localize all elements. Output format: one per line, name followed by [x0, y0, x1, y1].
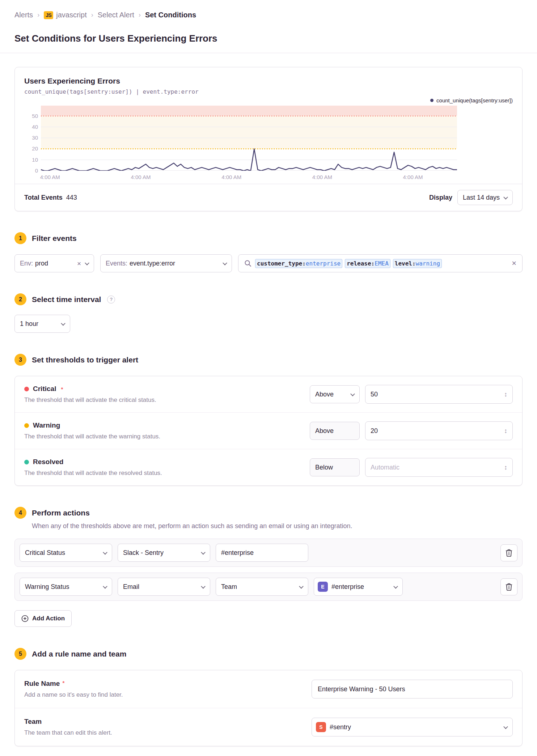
- action-target-input[interactable]: [221, 549, 303, 557]
- total-events-value: 443: [66, 194, 77, 201]
- x-tick-label: 4:00 AM: [403, 174, 423, 180]
- warning-operator-button[interactable]: Above: [310, 422, 360, 440]
- action-service-value: Slack - Sentry: [123, 549, 164, 557]
- resolved-operator-value: Below: [315, 464, 333, 471]
- section-naming-title: Add a rule name and team: [32, 650, 126, 658]
- stepper-icon[interactable]: ↕: [504, 427, 507, 435]
- action-target-type-value: Team: [221, 583, 237, 591]
- section-actions-title: Perform actions: [32, 509, 90, 517]
- y-tick-label: 40: [26, 124, 38, 130]
- action-status-select[interactable]: Critical Status: [20, 544, 112, 562]
- section-perform-actions: 4 Perform actions: [14, 507, 523, 519]
- display-period-value: Last 14 days: [463, 194, 500, 201]
- rule-team-select[interactable]: S #sentry: [312, 718, 513, 736]
- plus-circle-icon: [21, 615, 29, 622]
- javascript-project-icon: JS: [44, 11, 53, 19]
- breadcrumb-separator: ›: [139, 11, 141, 19]
- resolved-threshold-input[interactable]: [371, 464, 504, 471]
- display-period-select[interactable]: Last 14 days: [457, 190, 513, 205]
- breadcrumb-separator: ›: [37, 11, 39, 19]
- add-action-label: Add Action: [32, 615, 65, 622]
- trash-icon: [506, 549, 512, 557]
- required-asterisk: *: [62, 680, 64, 686]
- delete-action-button[interactable]: [500, 544, 517, 561]
- y-tick-label: 30: [26, 135, 38, 141]
- event-types-select-value: event.type:error: [130, 260, 219, 267]
- time-interval-select[interactable]: 1 hour: [14, 315, 70, 333]
- breadcrumb-project-label: javascript: [56, 11, 86, 19]
- action-team-select[interactable]: E #enterprise: [314, 578, 403, 596]
- resolved-operator-button[interactable]: Below: [310, 458, 360, 476]
- resolved-dot-icon: [24, 460, 29, 464]
- team-label: Team: [24, 718, 42, 725]
- action-target-field: [216, 544, 308, 562]
- display-label: Display: [429, 194, 452, 201]
- chart-x-axis-labels: 4:00 AM4:00 AM4:00 AM4:00 AM4:00 AM: [41, 171, 512, 182]
- critical-threshold-field: ↕: [365, 385, 513, 404]
- chart-legend: count_unique(tags[sentry:user]): [24, 97, 513, 103]
- rule-name-description: Add a name so it's easy to find later.: [24, 691, 312, 698]
- search-token: customer_type:enterprise: [255, 259, 342, 268]
- breadcrumb-select-alert[interactable]: Select Alert: [98, 11, 134, 19]
- rule-name-field: [312, 680, 513, 698]
- team-sentry-avatar: S: [316, 722, 326, 732]
- warning-operator-value: Above: [315, 427, 334, 435]
- resolved-description: The threshold that will activate the res…: [24, 470, 310, 477]
- team-row: Team The team that can edit this alert. …: [15, 708, 522, 746]
- section-time-interval: 2 Select time interval ?: [14, 293, 523, 305]
- stepper-icon[interactable]: ↕: [504, 391, 507, 398]
- section-filter-title: Filter events: [32, 234, 77, 243]
- search-icon: [244, 260, 251, 267]
- breadcrumb: Alerts › JS javascript › Select Alert › …: [14, 0, 523, 19]
- breadcrumb-project[interactable]: JS javascript: [44, 11, 87, 19]
- delete-action-button[interactable]: [500, 578, 517, 595]
- warning-dot-icon: [24, 423, 29, 428]
- critical-operator-value: Above: [315, 391, 334, 398]
- action-service-value: Email: [123, 583, 139, 591]
- step-2-badge: 2: [14, 293, 26, 305]
- resolved-threshold-field: ↕: [365, 458, 513, 477]
- clear-search-icon[interactable]: ×: [512, 259, 516, 267]
- critical-threshold-row: Critical * The threshold that will activ…: [15, 376, 522, 413]
- team-enterprise-avatar: E: [318, 582, 328, 592]
- resolved-threshold-row: Resolved The threshold that will activat…: [15, 449, 522, 485]
- chart-query: count_unique(tags[sentry:user]) | event.…: [24, 88, 513, 95]
- event-types-select[interactable]: Events: event.type:error: [100, 254, 232, 272]
- critical-label: Critical: [33, 385, 56, 393]
- warning-threshold-input[interactable]: [371, 427, 504, 435]
- clear-environment-icon[interactable]: ×: [77, 260, 81, 267]
- rule-team-value: #sentry: [330, 723, 351, 731]
- chevron-down-icon: [503, 724, 508, 729]
- critical-operator-select[interactable]: Above: [310, 385, 360, 403]
- section-interval-title: Select time interval: [32, 295, 101, 304]
- action-status-select[interactable]: Warning Status: [20, 578, 112, 596]
- naming-card: Rule Name * Add a name so it's easy to f…: [14, 670, 523, 746]
- action-service-select[interactable]: Slack - Sentry: [118, 544, 210, 562]
- action-row-warning: Warning Status Email Team E #enterprise: [14, 573, 523, 601]
- alert-chart-card: Users Experiencing Errors count_unique(t…: [14, 67, 523, 211]
- trash-icon: [506, 583, 512, 591]
- environment-select-value: prod: [35, 260, 73, 267]
- critical-description: The threshold that will activate the cri…: [24, 396, 310, 404]
- y-tick-label: 20: [26, 145, 38, 152]
- chevron-down-icon: [201, 584, 206, 589]
- chart-legend-label: count_unique(tags[sentry:user]): [436, 97, 513, 103]
- help-icon[interactable]: ?: [107, 296, 115, 303]
- step-3-badge: 3: [14, 354, 26, 366]
- environment-select[interactable]: Env: prod ×: [14, 254, 94, 272]
- x-tick-label: 4:00 AM: [221, 174, 241, 180]
- stepper-icon[interactable]: ↕: [504, 464, 507, 471]
- chart-plot-area: 01020304050 4:00 AM4:00 AM4:00 AM4:00 AM…: [41, 106, 512, 182]
- page-title: Set Conditions for Users Experiencing Er…: [14, 33, 523, 44]
- critical-threshold-input[interactable]: [371, 391, 504, 398]
- breadcrumb-alerts[interactable]: Alerts: [14, 11, 33, 19]
- chevron-down-icon: [61, 321, 65, 326]
- add-action-button[interactable]: Add Action: [14, 610, 72, 627]
- search-token: level:warning: [393, 259, 442, 268]
- action-target-type-select[interactable]: Team: [216, 578, 308, 596]
- action-service-select[interactable]: Email: [118, 578, 210, 596]
- rule-name-input[interactable]: [318, 685, 507, 693]
- warning-threshold-field: ↕: [365, 421, 513, 440]
- x-tick-label: 4:00 AM: [312, 174, 332, 180]
- filter-search-input[interactable]: customer_type:enterprise release:EMEA le…: [238, 254, 523, 272]
